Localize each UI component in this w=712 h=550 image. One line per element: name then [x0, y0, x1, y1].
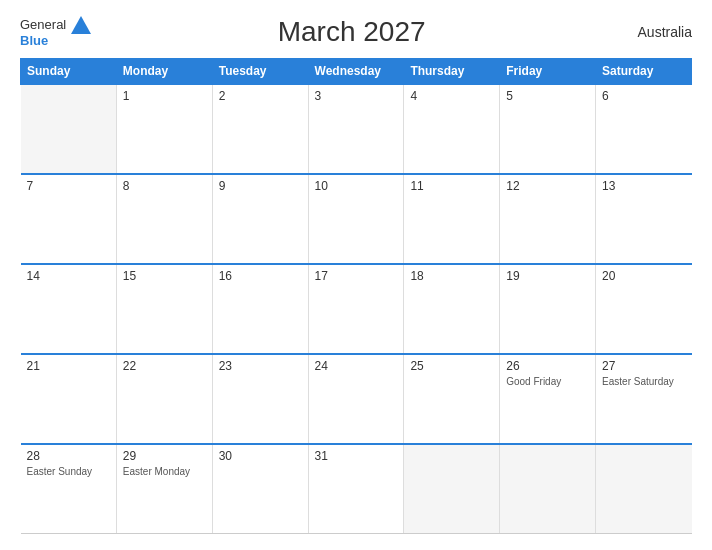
- day-cell: 1: [116, 84, 212, 174]
- day-cell: 17: [308, 264, 404, 354]
- day-number: 14: [27, 269, 110, 283]
- week-row-1: 78910111213: [21, 174, 692, 264]
- day-cell: 18: [404, 264, 500, 354]
- day-number: 20: [602, 269, 685, 283]
- holiday-label: Good Friday: [506, 375, 589, 388]
- day-cell: 9: [212, 174, 308, 264]
- day-number: 7: [27, 179, 110, 193]
- day-cell: 24: [308, 354, 404, 444]
- col-thursday: Thursday: [404, 59, 500, 85]
- day-number: 9: [219, 179, 302, 193]
- day-cell: 14: [21, 264, 117, 354]
- day-cell: [21, 84, 117, 174]
- day-cell: 26Good Friday: [500, 354, 596, 444]
- col-tuesday: Tuesday: [212, 59, 308, 85]
- day-number: 22: [123, 359, 206, 373]
- day-cell: 25: [404, 354, 500, 444]
- col-saturday: Saturday: [596, 59, 692, 85]
- day-number: 17: [315, 269, 398, 283]
- day-cell: 5: [500, 84, 596, 174]
- day-number: 13: [602, 179, 685, 193]
- day-cell: 2: [212, 84, 308, 174]
- week-row-0: 123456: [21, 84, 692, 174]
- day-number: 25: [410, 359, 493, 373]
- day-cell: 4: [404, 84, 500, 174]
- header: General Blue March 2027 Australia: [20, 16, 692, 48]
- day-cell: 21: [21, 354, 117, 444]
- day-cell: [596, 444, 692, 534]
- logo-triangle-icon: [71, 16, 91, 34]
- logo: General Blue: [20, 16, 91, 48]
- week-row-3: 212223242526Good Friday27Easter Saturday: [21, 354, 692, 444]
- day-number: 24: [315, 359, 398, 373]
- holiday-label: Easter Sunday: [27, 465, 110, 478]
- holiday-label: Easter Saturday: [602, 375, 685, 388]
- day-number: 26: [506, 359, 589, 373]
- day-cell: 23: [212, 354, 308, 444]
- day-number: 5: [506, 89, 589, 103]
- day-number: 28: [27, 449, 110, 463]
- holiday-label: Easter Monday: [123, 465, 206, 478]
- day-cell: 13: [596, 174, 692, 264]
- page: General Blue March 2027 Australia Sunday…: [0, 0, 712, 550]
- day-cell: 15: [116, 264, 212, 354]
- day-number: 30: [219, 449, 302, 463]
- day-cell: 29Easter Monday: [116, 444, 212, 534]
- day-number: 29: [123, 449, 206, 463]
- day-number: 10: [315, 179, 398, 193]
- country-label: Australia: [612, 24, 692, 40]
- day-number: 11: [410, 179, 493, 193]
- day-cell: 19: [500, 264, 596, 354]
- col-wednesday: Wednesday: [308, 59, 404, 85]
- day-number: 6: [602, 89, 685, 103]
- col-monday: Monday: [116, 59, 212, 85]
- day-number: 18: [410, 269, 493, 283]
- day-cell: 16: [212, 264, 308, 354]
- logo-text-blue: Blue: [20, 34, 48, 48]
- day-cell: 3: [308, 84, 404, 174]
- day-cell: 30: [212, 444, 308, 534]
- logo-text-general: General: [20, 18, 66, 32]
- day-cell: 27Easter Saturday: [596, 354, 692, 444]
- day-cell: [404, 444, 500, 534]
- day-number: 1: [123, 89, 206, 103]
- day-cell: 10: [308, 174, 404, 264]
- day-cell: 12: [500, 174, 596, 264]
- day-number: 15: [123, 269, 206, 283]
- page-title: March 2027: [91, 16, 612, 48]
- day-number: 16: [219, 269, 302, 283]
- day-number: 12: [506, 179, 589, 193]
- day-number: 19: [506, 269, 589, 283]
- day-number: 31: [315, 449, 398, 463]
- day-cell: 31: [308, 444, 404, 534]
- calendar-table: Sunday Monday Tuesday Wednesday Thursday…: [20, 58, 692, 534]
- day-cell: 6: [596, 84, 692, 174]
- header-row: Sunday Monday Tuesday Wednesday Thursday…: [21, 59, 692, 85]
- week-row-2: 14151617181920: [21, 264, 692, 354]
- col-friday: Friday: [500, 59, 596, 85]
- day-number: 8: [123, 179, 206, 193]
- day-cell: 22: [116, 354, 212, 444]
- day-cell: 28Easter Sunday: [21, 444, 117, 534]
- day-cell: 7: [21, 174, 117, 264]
- day-number: 2: [219, 89, 302, 103]
- col-sunday: Sunday: [21, 59, 117, 85]
- day-cell: [500, 444, 596, 534]
- day-cell: 20: [596, 264, 692, 354]
- day-number: 21: [27, 359, 110, 373]
- day-number: 23: [219, 359, 302, 373]
- day-cell: 11: [404, 174, 500, 264]
- day-number: 3: [315, 89, 398, 103]
- day-cell: 8: [116, 174, 212, 264]
- day-number: 4: [410, 89, 493, 103]
- week-row-4: 28Easter Sunday29Easter Monday3031: [21, 444, 692, 534]
- day-number: 27: [602, 359, 685, 373]
